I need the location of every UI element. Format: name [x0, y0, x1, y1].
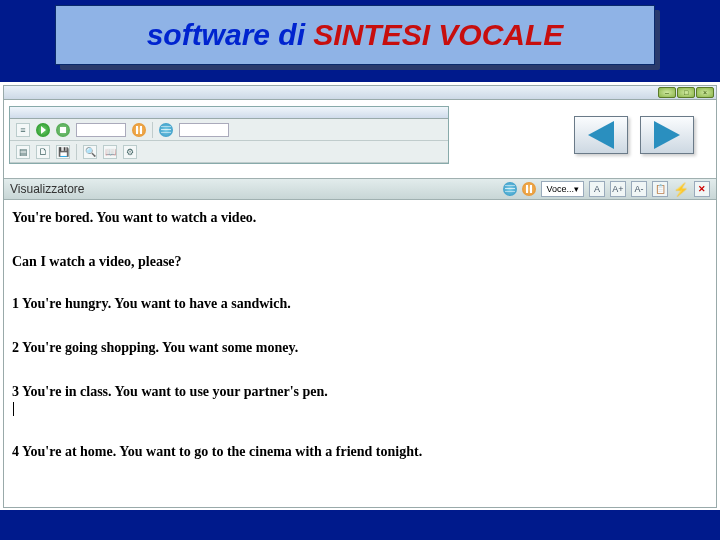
tts-app-window: – □ × ≡ ▤ 🗋 💾 🔍: [3, 85, 717, 508]
doc-line: You're bored. You want to watch a video.: [12, 210, 708, 226]
title-band: software di SINTESI VOCALE: [0, 0, 720, 82]
viewer-globe-icon[interactable]: [503, 182, 517, 196]
voice-dropdown[interactable]: Voce... ▾: [541, 181, 584, 197]
viewer-clear-icon[interactable]: ✕: [694, 181, 710, 197]
player-panel: ≡ ▤ 🗋 💾 🔍 📖 ⚙: [9, 106, 449, 164]
next-slide-button[interactable]: [640, 116, 694, 154]
document-viewer[interactable]: You're bored. You want to watch a video.…: [4, 200, 716, 507]
slide-nav: [574, 116, 694, 154]
tool-doc-icon[interactable]: 🗋: [36, 145, 50, 159]
title-part2: SINTESI VOCALE: [313, 18, 563, 51]
viewer-toolbar: Visualizzatore Voce... ▾ A A+ A- 📋 ⚡ ✕: [4, 178, 716, 200]
tool-search-icon[interactable]: 🔍: [83, 145, 97, 159]
doc-line: Can I watch a video, please?: [12, 254, 708, 270]
doc-line: 2 You're going shopping. You want some m…: [12, 340, 708, 356]
doc-line: 4 You're at home. You want to go to the …: [12, 444, 708, 460]
tool-save-icon[interactable]: 💾: [56, 145, 70, 159]
prev-slide-button[interactable]: [574, 116, 628, 154]
player-toolbar-2: ▤ 🗋 💾 🔍 📖 ⚙: [10, 141, 448, 163]
viewer-tools: Voce... ▾ A A+ A- 📋 ⚡ ✕: [503, 181, 710, 197]
viewer-font-decrease-icon[interactable]: A-: [631, 181, 647, 197]
globe-icon[interactable]: [159, 123, 173, 137]
close-button[interactable]: ×: [696, 87, 714, 98]
viewer-font-increase-icon[interactable]: A+: [610, 181, 626, 197]
tool-settings-icon[interactable]: ⚙: [123, 145, 137, 159]
slide-title: software di SINTESI VOCALE: [147, 18, 564, 52]
tool-book-icon[interactable]: 📖: [103, 145, 117, 159]
maximize-button[interactable]: □: [677, 87, 695, 98]
title-part1: software di: [147, 18, 314, 51]
speed-field[interactable]: [76, 123, 126, 137]
arrow-left-icon: [588, 121, 614, 149]
separator: [152, 122, 153, 138]
viewer-pause-icon[interactable]: [522, 182, 536, 196]
title-box: software di SINTESI VOCALE: [55, 5, 655, 65]
player-toolbar-1: ≡: [10, 119, 448, 141]
viewer-label: Visualizzatore: [10, 182, 84, 196]
arrow-right-icon: [654, 121, 680, 149]
app-titlebar: – □ ×: [4, 86, 716, 100]
doc-text: 3 You're in class. You want to use your …: [12, 384, 328, 399]
pause-icon[interactable]: [132, 123, 146, 137]
viewer-tool-a[interactable]: A: [589, 181, 605, 197]
tool-scan-icon[interactable]: ▤: [16, 145, 30, 159]
slide-frame: software di SINTESI VOCALE – □ × ≡: [0, 0, 720, 540]
window-controls: – □ ×: [658, 87, 714, 98]
doc-line: 1 You're hungry. You want to have a sand…: [12, 296, 708, 312]
play-icon[interactable]: [36, 123, 50, 137]
menu-icon[interactable]: ≡: [16, 123, 30, 137]
stop-icon[interactable]: [56, 123, 70, 137]
voice-dropdown-label: Voce...: [546, 184, 574, 194]
minimize-button[interactable]: –: [658, 87, 676, 98]
separator: [76, 144, 77, 160]
lang-field[interactable]: [179, 123, 229, 137]
viewer-copy-icon[interactable]: 📋: [652, 181, 668, 197]
doc-line: 3 You're in class. You want to use your …: [12, 384, 708, 416]
player-titlebar: [10, 107, 448, 119]
text-cursor: [13, 402, 14, 416]
viewer-bolt-icon[interactable]: ⚡: [673, 182, 689, 197]
